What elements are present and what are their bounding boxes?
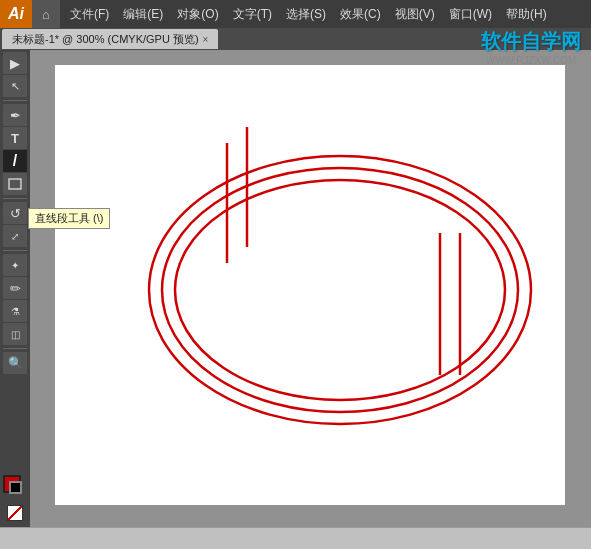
tool-separator-3 xyxy=(3,250,27,251)
rectangle-tool[interactable] xyxy=(3,173,27,195)
brand-overlay: 软件自学网 WWW.RJZXW.COM xyxy=(481,28,581,67)
menu-item-编辑e[interactable]: 编辑(E) xyxy=(117,4,169,25)
statusbar xyxy=(0,527,591,549)
tab-close-button[interactable]: × xyxy=(203,34,209,45)
tabbar: 未标题-1* @ 300% (CMYK/GPU 预览) × 软件自学网 WWW.… xyxy=(0,28,591,50)
home-button[interactable]: ⌂ xyxy=(32,0,60,28)
tool-separator-4 xyxy=(3,348,27,349)
selection-tool[interactable]: ▶ xyxy=(3,52,27,74)
main-area: ▶ ↖ ✒ T / ↺ ⤢ ✦ ✏ ⚗ ◫ 🔍 直线段工具 (\) xyxy=(0,50,591,527)
menu-item-视图v[interactable]: 视图(V) xyxy=(389,4,441,25)
svg-point-3 xyxy=(149,156,531,424)
menu-item-帮助h[interactable]: 帮助(H) xyxy=(500,4,553,25)
rotate-tool[interactable]: ↺ xyxy=(3,202,27,224)
fill-stroke-swatches[interactable] xyxy=(3,475,27,499)
titlebar: Ai ⌂ 文件(F)编辑(E)对象(O)文字(T)选择(S)效果(C)视图(V)… xyxy=(0,0,591,28)
line-tool[interactable]: / xyxy=(3,150,27,172)
canvas-area[interactable] xyxy=(30,50,591,527)
type-tool[interactable]: T xyxy=(3,127,27,149)
menu-item-文字t[interactable]: 文字(T) xyxy=(227,4,278,25)
pencil-tool[interactable]: ✏ xyxy=(3,277,27,299)
paintbrush-tool[interactable]: ✦ xyxy=(3,254,27,276)
svg-point-2 xyxy=(162,168,518,412)
gradient-tool[interactable]: ◫ xyxy=(3,323,27,345)
eyedropper-tool[interactable]: ⚗ xyxy=(3,300,27,322)
canvas-svg xyxy=(55,65,565,505)
active-tab[interactable]: 未标题-1* @ 300% (CMYK/GPU 预览) × xyxy=(2,29,218,49)
color-swatches xyxy=(3,475,27,525)
toolbar: ▶ ↖ ✒ T / ↺ ⤢ ✦ ✏ ⚗ ◫ 🔍 直线段工具 (\) xyxy=(0,50,30,527)
menu-item-对象o[interactable]: 对象(O) xyxy=(171,4,224,25)
svg-point-1 xyxy=(175,180,505,400)
tool-separator xyxy=(3,100,27,101)
tab-title: 未标题-1* @ 300% (CMYK/GPU 预览) xyxy=(12,32,199,47)
menu-bar: 文件(F)编辑(E)对象(O)文字(T)选择(S)效果(C)视图(V)窗口(W)… xyxy=(60,0,591,28)
menu-item-效果c[interactable]: 效果(C) xyxy=(334,4,387,25)
no-fill-button[interactable] xyxy=(7,505,23,521)
stroke-color-swatch[interactable] xyxy=(9,481,22,494)
scale-tool[interactable]: ⤢ xyxy=(3,225,27,247)
menu-item-选择s[interactable]: 选择(S) xyxy=(280,4,332,25)
brand-title: 软件自学网 xyxy=(481,28,581,54)
direct-selection-tool[interactable]: ↖ xyxy=(3,75,27,97)
svg-rect-0 xyxy=(9,179,21,189)
zoom-tool[interactable]: 🔍 xyxy=(3,352,27,374)
menu-item-文件f[interactable]: 文件(F) xyxy=(64,4,115,25)
brand-subtitle: WWW.RJZXW.COM xyxy=(481,54,581,67)
menu-item-窗口w[interactable]: 窗口(W) xyxy=(443,4,498,25)
tool-separator-2 xyxy=(3,198,27,199)
pen-tool[interactable]: ✒ xyxy=(3,104,27,126)
ai-logo: Ai xyxy=(0,0,32,28)
